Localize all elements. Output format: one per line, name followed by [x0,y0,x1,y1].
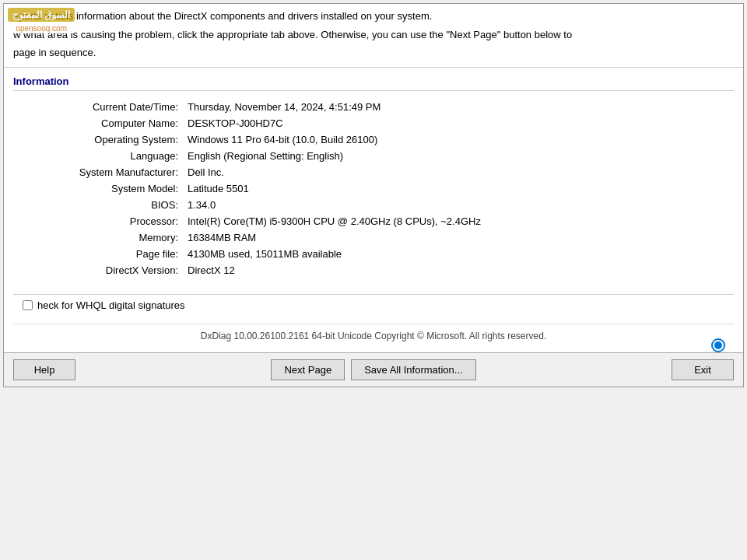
info-label: Language: [29,148,184,164]
table-row: System Model:Latitude 5501 [29,180,743,197]
intro-line2: w what area is causing the problem, clic… [13,27,734,43]
table-row: Computer Name:DESKTOP-J00HD7C [29,115,743,131]
info-label: System Model: [29,180,184,197]
whql-label: heck for WHQL digital signatures [37,299,185,311]
info-value: 4130MB used, 15011MB available [184,246,743,262]
table-row: Operating System:Windows 11 Pro 64-bit (… [29,131,743,148]
info-value: Thursday, November 14, 2024, 4:51:49 PM [184,99,743,115]
system-info-table: Current Date/Time:Thursday, November 14,… [29,99,743,278]
table-row: Current Date/Time:Thursday, November 14,… [29,99,743,115]
exit-button[interactable]: Exit [672,359,734,380]
info-label: Memory: [29,229,184,246]
copyright-text: DxDiag 10.00.26100.2161 64-bit Unicode C… [13,324,734,345]
footer-right: Exit [672,359,734,380]
info-value: English (Regional Setting: English) [184,148,743,164]
whql-checkbox-area: heck for WHQL digital signatures [13,294,734,316]
watermark-line1: السوق المفتوح [8,8,75,22]
info-value: Windows 11 Pro 64-bit (10.0, Build 26100… [184,131,743,148]
footer: Help Next Page Save All Information... E… [4,352,743,387]
dxdiag-window: eports details information about the Dir… [3,3,744,387]
info-label: Page file: [29,246,184,262]
table-row: BIOS:1.34.0 [29,197,743,213]
info-value: Intel(R) Core(TM) i5-9300H CPU @ 2.40GHz… [184,213,743,229]
info-label: Computer Name: [29,115,184,131]
info-label: Current Date/Time: [29,99,184,115]
info-label: DirectX Version: [29,262,184,278]
intro-line1: eports details information about the Dir… [13,9,734,24]
info-label: Processor: [29,213,184,229]
table-row: Memory:16384MB RAM [29,229,743,246]
info-value: Dell Inc. [184,164,743,180]
info-value: 16384MB RAM [184,229,743,246]
info-value: DESKTOP-J00HD7C [184,115,743,131]
table-row: Language:English (Regional Setting: Engl… [29,148,743,164]
section-title: Information [13,75,734,91]
table-row: System Manufacturer:Dell Inc. [29,164,743,180]
watermark: السوق المفتوح opensooq.com [8,8,75,33]
footer-center: Next Page Save All Information... [271,359,475,380]
scroll-dot [714,341,722,349]
intro-line3: page in sequence. [13,45,734,61]
content-area: Information Current Date/Time:Thursday, … [4,68,743,352]
table-row: Processor:Intel(R) Core(TM) i5-9300H CPU… [29,213,743,229]
info-label: System Manufacturer: [29,164,184,180]
footer-left: Help [13,359,75,380]
help-button[interactable]: Help [13,359,75,380]
intro-section: eports details information about the Dir… [4,4,743,68]
info-label: Operating System: [29,131,184,148]
scroll-indicator [711,338,725,352]
save-all-button[interactable]: Save All Information... [351,359,475,380]
info-value: DirectX 12 [184,262,743,278]
whql-checkbox[interactable] [23,300,33,310]
table-row: DirectX Version:DirectX 12 [29,262,743,278]
info-label: BIOS: [29,197,184,213]
watermark-line2: opensooq.com [8,23,75,33]
next-page-button[interactable]: Next Page [271,359,345,380]
table-row: Page file:4130MB used, 15011MB available [29,246,743,262]
info-value: 1.34.0 [184,197,743,213]
info-value: Latitude 5501 [184,180,743,197]
